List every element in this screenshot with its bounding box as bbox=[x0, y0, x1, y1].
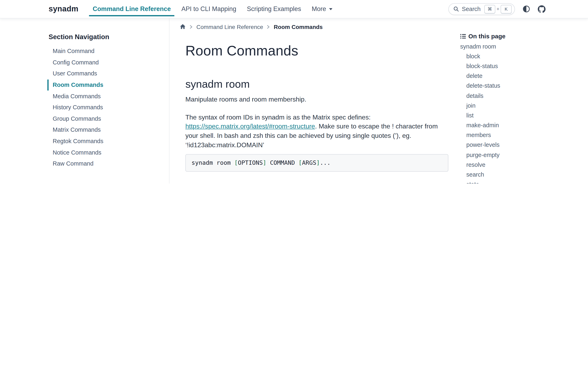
syntax-text-before: The syntax of room IDs in synadm is as t… bbox=[185, 114, 371, 120]
toc-item-details[interactable]: details bbox=[460, 91, 588, 101]
heading-synadm-room: synadm room bbox=[185, 78, 448, 91]
toc-item-synadm-room[interactable]: synadm room bbox=[460, 42, 588, 51]
toc-item-resolve[interactable]: resolve bbox=[460, 160, 588, 170]
toc-item-block-status[interactable]: block-status bbox=[460, 61, 588, 71]
toc-item-join[interactable]: join bbox=[460, 101, 588, 110]
usage-code-room: synadm room [OPTIONS] COMMAND [ARGS]... bbox=[191, 159, 330, 166]
k-key: K bbox=[501, 5, 512, 13]
matrix-spec-link-part1: https://spec.matrix.org/latest/ bbox=[185, 123, 269, 130]
nav-more-dropdown[interactable]: More bbox=[306, 0, 338, 18]
nav-command-line-reference[interactable]: Command Line Reference bbox=[87, 0, 176, 18]
toc-item-delete-status[interactable]: delete-status bbox=[460, 81, 588, 91]
nav-more-label: More bbox=[312, 5, 326, 13]
toc-item-delete[interactable]: delete bbox=[460, 71, 588, 81]
room-syntax-paragraph: The syntax of room IDs in synadm is as t… bbox=[185, 113, 448, 150]
main-content: Command Line Reference Room Commands Roo… bbox=[169, 18, 460, 184]
top-navbar: synadm Command Line Reference API to CLI… bbox=[0, 0, 588, 18]
usage-code-block-room: synadm room [OPTIONS] COMMAND [ARGS]... bbox=[185, 154, 448, 172]
sidebar-item-config-command[interactable]: Config Command bbox=[47, 57, 169, 68]
breadcrumb-chevron-icon bbox=[190, 25, 193, 29]
sidebar-item-history-commands[interactable]: History Commands bbox=[47, 102, 169, 113]
toc-header-label: On this page bbox=[468, 33, 506, 40]
sidebar-item-user-commands[interactable]: User Commands bbox=[47, 68, 169, 79]
sidebar-item-notice-commands[interactable]: Notice Commands bbox=[47, 147, 169, 158]
cmd-key: ⌘ bbox=[484, 5, 495, 13]
matrix-spec-link[interactable]: https://spec.matrix.org/latest/#room-str… bbox=[185, 123, 315, 130]
sidebar-item-room-commands[interactable]: Room Commands bbox=[47, 80, 169, 91]
room-description: Manipulate rooms and room membership. bbox=[185, 95, 448, 104]
theme-toggle-icon bbox=[523, 5, 530, 13]
toc-item-make-admin[interactable]: make-admin bbox=[460, 120, 588, 130]
sidebar-item-main-command[interactable]: Main Command bbox=[47, 46, 169, 57]
sidebar-item-regtok-commands[interactable]: Regtok Commands bbox=[47, 136, 169, 147]
article: Room Commands synadm room Manipulate roo… bbox=[185, 43, 448, 184]
breadcrumb-current: Room Commands bbox=[274, 24, 323, 30]
toc-header: On this page bbox=[460, 33, 588, 40]
breadcrumb: Command Line Reference Room Commands bbox=[180, 23, 448, 30]
toc-item-state[interactable]: state bbox=[460, 180, 588, 184]
toc-item-power-levels[interactable]: power-levels bbox=[460, 140, 588, 150]
sidebar-item-media-commands[interactable]: Media Commands bbox=[47, 91, 169, 102]
github-icon bbox=[538, 5, 545, 13]
home-icon[interactable] bbox=[180, 24, 186, 30]
section-navigation-sidebar: Section Navigation Main Command Config C… bbox=[0, 18, 169, 184]
list-icon bbox=[460, 33, 466, 39]
github-link[interactable] bbox=[538, 5, 545, 13]
matrix-spec-link-part2: #room-structure bbox=[269, 123, 315, 130]
page: synadm Command Line Reference API to CLI… bbox=[0, 0, 588, 184]
site-logo[interactable]: synadm bbox=[49, 4, 78, 13]
nav-api-to-cli-mapping[interactable]: API to CLI Mapping bbox=[176, 0, 242, 18]
primary-nav: Command Line Reference API to CLI Mappin… bbox=[87, 0, 337, 18]
toc-item-purge-empty[interactable]: purge-empty bbox=[460, 150, 588, 160]
nav-scripting-examples[interactable]: Scripting Examples bbox=[242, 0, 306, 18]
toc-item-block[interactable]: block bbox=[460, 51, 588, 61]
sidebar-item-group-commands[interactable]: Group Commands bbox=[47, 113, 169, 124]
breadcrumb-chevron-icon bbox=[267, 25, 270, 29]
sidebar-nav-list: Main Command Config Command User Command… bbox=[47, 46, 169, 169]
theme-toggle-button[interactable] bbox=[523, 5, 530, 13]
page-toc: On this page synadm room block block-sta… bbox=[460, 18, 588, 184]
sidebar-item-raw-command[interactable]: Raw Command bbox=[47, 158, 169, 169]
page-title: Room Commands bbox=[185, 43, 448, 59]
search-icon bbox=[453, 6, 459, 12]
breadcrumb-parent-link[interactable]: Command Line Reference bbox=[196, 24, 263, 30]
chevron-down-icon bbox=[329, 8, 332, 10]
toc-list: synadm room block block-status delete de… bbox=[460, 42, 588, 184]
search-label: Search bbox=[462, 6, 481, 12]
sidebar-title: Section Navigation bbox=[49, 33, 169, 40]
sidebar-item-matrix-commands[interactable]: Matrix Commands bbox=[47, 124, 169, 136]
toc-item-search[interactable]: search bbox=[460, 170, 588, 180]
toc-item-list[interactable]: list bbox=[460, 111, 588, 120]
search-button[interactable]: Search ⌘ + K bbox=[448, 3, 515, 15]
toc-item-members[interactable]: members bbox=[460, 130, 588, 140]
plus-separator: + bbox=[497, 6, 499, 12]
